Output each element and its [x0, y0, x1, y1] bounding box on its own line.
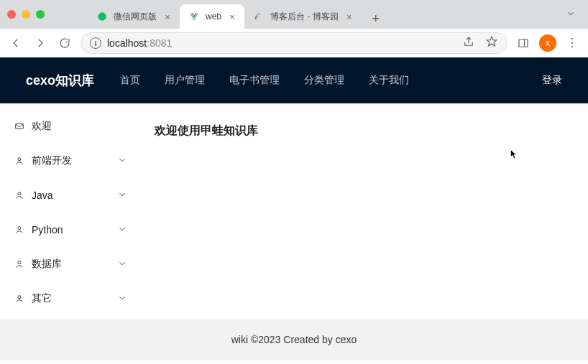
forward-button[interactable]	[32, 34, 49, 52]
welcome-heading: 欢迎使用甲蛙知识库	[155, 123, 574, 139]
nav-categories[interactable]: 分类管理	[304, 74, 344, 87]
cnblogs-icon	[253, 11, 265, 22]
reload-button[interactable]	[56, 34, 73, 52]
browser-tab-wechat[interactable]: 微信网页版 ×	[88, 4, 180, 29]
svg-point-1	[255, 18, 257, 19]
close-tab-icon[interactable]: ×	[227, 11, 237, 22]
share-icon[interactable]	[462, 35, 475, 50]
sidebar-item-label: 前端开发	[32, 154, 110, 167]
browser-tabs: 微信网页版 × web × 博客后台 - 博客园 × +	[88, 0, 386, 29]
login-link[interactable]: 登录	[542, 74, 562, 87]
url-host: localhost	[107, 37, 147, 49]
tab-label: web	[206, 11, 221, 22]
sidebar-item-label: 欢迎	[32, 120, 127, 133]
sidebar-item-python[interactable]: Python	[0, 213, 140, 247]
bookmark-icon[interactable]	[485, 35, 498, 50]
panel-icon[interactable]	[515, 34, 532, 52]
browser-toolbar: localhost:8081 x ⋮	[0, 29, 588, 57]
sidebar-item-welcome[interactable]: 欢迎	[0, 109, 140, 144]
chevron-down-icon	[117, 155, 127, 167]
browser-menu-button[interactable]: ⋮	[564, 34, 581, 52]
user-icon	[14, 259, 24, 269]
nav-home[interactable]: 首页	[120, 74, 140, 87]
svg-point-9	[18, 296, 21, 299]
sidebar-item-frontend[interactable]: 前端开发	[0, 144, 140, 178]
user-icon	[14, 294, 24, 304]
url-port: :8081	[147, 37, 172, 49]
tab-overflow-button[interactable]	[561, 9, 581, 21]
browser-titlebar: 微信网页版 × web × 博客后台 - 博客园 × +	[0, 0, 588, 29]
profile-avatar[interactable]: x	[539, 34, 556, 52]
back-button[interactable]	[7, 34, 24, 52]
svg-point-7	[18, 227, 21, 230]
nav-about[interactable]: 关于我们	[369, 74, 409, 87]
close-tab-icon[interactable]: ×	[344, 11, 354, 22]
close-tab-icon[interactable]: ×	[162, 11, 173, 22]
browser-tab-web[interactable]: web ×	[180, 4, 244, 29]
sidebar-item-database[interactable]: 数据库	[0, 247, 140, 281]
chevron-down-icon	[117, 258, 127, 271]
svg-rect-2	[519, 39, 528, 47]
browser-tab-cnblogs[interactable]: 博客后台 - 博客园 ×	[244, 4, 362, 29]
sidebar: 欢迎 前端开发 Java Python 数据库 其它	[0, 103, 140, 319]
chevron-down-icon	[117, 190, 127, 202]
sidebar-item-label: 其它	[32, 292, 110, 305]
minimize-window-button[interactable]	[22, 10, 30, 19]
close-window-button[interactable]	[7, 10, 16, 19]
svg-point-6	[18, 192, 21, 195]
sidebar-item-other[interactable]: 其它	[0, 281, 140, 316]
address-bar[interactable]: localhost:8081	[81, 32, 507, 54]
svg-point-8	[18, 261, 21, 264]
sidebar-item-java[interactable]: Java	[0, 178, 140, 213]
sidebar-item-label: 数据库	[32, 258, 110, 271]
site-info-icon[interactable]	[90, 37, 101, 49]
footer-text: wiki ©2023 Created by cexo	[231, 334, 357, 345]
sidebar-item-label: Python	[32, 224, 110, 235]
main-panel: 欢迎使用甲蛙知识库	[140, 103, 588, 319]
nav-users[interactable]: 用户管理	[165, 74, 205, 87]
brand-title[interactable]: cexo知识库	[26, 72, 94, 89]
svg-point-5	[18, 158, 21, 161]
vue-icon	[188, 11, 200, 22]
chevron-down-icon	[117, 224, 127, 236]
user-icon	[14, 190, 24, 200]
sidebar-item-label: Java	[32, 190, 110, 201]
maximize-window-button[interactable]	[36, 10, 45, 19]
user-icon	[14, 156, 24, 166]
main-nav: 首页 用户管理 电子书管理 分类管理 关于我们	[120, 74, 409, 87]
wechat-icon	[96, 11, 108, 22]
mail-icon	[14, 121, 24, 131]
app-footer: wiki ©2023 Created by cexo	[0, 319, 588, 360]
tab-label: 微信网页版	[114, 11, 157, 23]
user-icon	[14, 225, 24, 235]
window-controls	[7, 10, 45, 19]
new-tab-button[interactable]: +	[366, 9, 386, 29]
app-content: 欢迎 前端开发 Java Python 数据库 其它 欢迎使用甲蛙知识	[0, 103, 588, 319]
tab-label: 博客后台 - 博客园	[270, 11, 339, 23]
nav-ebooks[interactable]: 电子书管理	[229, 74, 280, 87]
svg-rect-4	[16, 124, 24, 129]
app-header: cexo知识库 首页 用户管理 电子书管理 分类管理 关于我们 登录	[0, 57, 588, 103]
chevron-down-icon	[117, 293, 127, 305]
svg-point-0	[98, 13, 106, 21]
